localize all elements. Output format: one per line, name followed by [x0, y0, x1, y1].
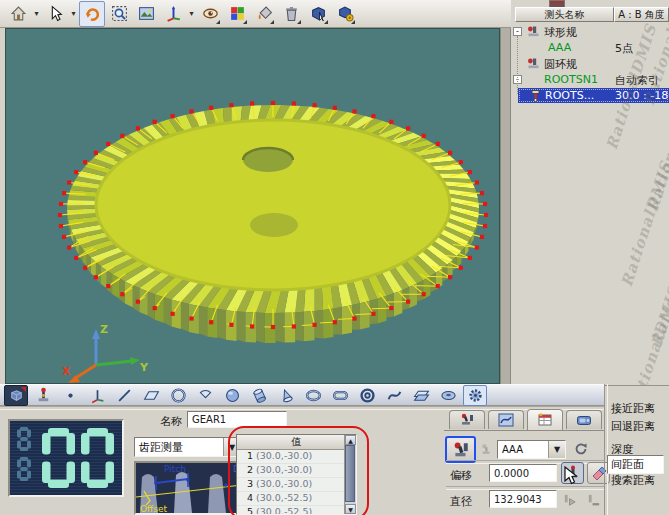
fit-view-icon[interactable] [133, 1, 159, 27]
dropdown-caret-icon[interactable]: ▾ [32, 9, 41, 18]
probe-mode-icon[interactable] [31, 385, 55, 406]
disc-feature-icon[interactable] [436, 385, 460, 406]
tree-item-label: 圆环规 [544, 57, 577, 72]
value-row[interactable]: 4(30.0,-52.5) [237, 492, 356, 506]
tree-expand-toggle[interactable]: - [513, 27, 522, 36]
spacing-face-field[interactable]: 间距面 [607, 455, 664, 474]
feature-toolbar [0, 384, 604, 406]
select-cursor-icon[interactable] [42, 1, 68, 27]
arc-feature-icon[interactable] [193, 385, 217, 406]
cylinder-feature-icon[interactable] [247, 385, 271, 406]
value-list-scrollbar[interactable]: ▲ ▼ [344, 435, 356, 514]
gear-feature-icon[interactable] [463, 385, 487, 406]
probe-select[interactable]: AAA ▼ [497, 440, 566, 459]
rationaldmis-window: ▾▾▾ Z Y X 测头名称 A : B 角度 -球形规AAA5点圆环规-ROO… [0, 0, 669, 515]
tree-item-label: 球形规 [544, 25, 577, 40]
value-row[interactable]: 5(30.0,-52.5) [237, 506, 356, 515]
zoom-window-icon[interactable] [106, 1, 132, 27]
tree-item-label: AAA [548, 41, 571, 54]
tree-item-value: 5点 [615, 41, 633, 56]
line-feature-icon[interactable] [112, 385, 136, 406]
tree-item-label: ROOTSN1 [544, 73, 598, 86]
value-row-index: 2 [237, 464, 256, 477]
probe-ghost-icon[interactable] [479, 441, 495, 457]
view-orientation-icon[interactable] [197, 1, 223, 27]
dropdown-caret-icon[interactable]: ▾ [187, 9, 196, 18]
offset-input[interactable]: 0.0000 [489, 464, 557, 482]
offset-label: 偏移 [450, 468, 472, 483]
delete-icon[interactable] [278, 1, 304, 27]
panel-splitter[interactable] [500, 28, 511, 384]
param-label: 回退距离 [611, 419, 655, 434]
3d-viewport[interactable]: Z Y X [5, 28, 500, 384]
rotate-view-icon[interactable] [79, 1, 105, 27]
value-row[interactable]: 3(30.0,-30.0) [237, 478, 356, 492]
diameter-label: 直径 [450, 494, 472, 509]
plane-feature-icon[interactable] [139, 385, 163, 406]
axis-y-label: Y [139, 361, 149, 374]
param-label: 接近距离 [611, 401, 655, 416]
tab-curve[interactable] [488, 410, 524, 429]
display-colors-icon[interactable] [224, 1, 250, 27]
pick-element-icon[interactable] [305, 1, 331, 27]
refresh-icon[interactable] [571, 439, 591, 459]
tree-row[interactable]: 圆环规 [511, 56, 669, 72]
value-list[interactable]: 值 1(30.0,-30.0)2(30.0,-30.0)3(30.0,-30.0… [236, 434, 357, 515]
ellipse-feature-icon[interactable] [301, 385, 325, 406]
pitch-label: Pitch [164, 464, 186, 474]
value-row-value: (30.0,-52.5) [256, 506, 312, 515]
probe-tree: -球形规AAA5点圆环规-ROOTSN1自动索引ROOTS...30.0 : -… [511, 24, 669, 104]
tree-row[interactable]: AAA5点 [511, 40, 669, 56]
param-label: 搜索距离 [611, 473, 655, 488]
value-row-index: 4 [237, 492, 256, 505]
axis-x-label: X [62, 365, 71, 378]
render-mode-icon[interactable] [251, 1, 277, 27]
probe-select-value: AAA [498, 444, 548, 455]
column-probe-name[interactable]: 测头名称 [515, 7, 614, 22]
value-row[interactable]: 1(30.0,-30.0) [237, 450, 356, 464]
scroll-up-icon[interactable]: ▲ [345, 435, 356, 445]
column-ab-angle[interactable]: A : B 角度 [614, 7, 669, 22]
probe-icon [527, 57, 540, 73]
tree-row[interactable]: ROOTS...30.0 : -180... [511, 88, 669, 104]
dropdown-arrow-icon[interactable]: ▼ [548, 441, 565, 458]
measured-feature-cube-icon[interactable] [4, 385, 28, 406]
coordinate-system-icon[interactable] [160, 1, 186, 27]
axis-z-label: Z [100, 323, 108, 336]
slot-feature-icon[interactable] [328, 385, 352, 406]
tab-device[interactable] [566, 410, 602, 429]
axes-triad: Z Y X [54, 317, 154, 384]
tree-row[interactable]: -ROOTSN1自动索引 [511, 72, 669, 88]
scroll-down-icon[interactable]: ▼ [345, 504, 356, 514]
scroll-thumb[interactable] [345, 445, 355, 502]
run-disabled-icon [560, 491, 578, 509]
value-row-value: (30.0,-30.0) [256, 478, 312, 491]
value-row-value: (30.0,-30.0) [256, 464, 312, 477]
name-input[interactable]: GEAR1 [187, 411, 287, 428]
element-settings-icon[interactable] [332, 1, 358, 27]
value-row[interactable]: 2(30.0,-30.0) [237, 464, 356, 478]
sphere-feature-icon[interactable] [220, 385, 244, 406]
torus-feature-icon[interactable] [355, 385, 379, 406]
surface-feature-icon[interactable] [409, 385, 433, 406]
tab-table[interactable] [527, 409, 563, 430]
watermark-text: RationalDMIS [618, 159, 669, 289]
dropdown-caret-icon[interactable]: ▾ [69, 9, 78, 18]
probe-measure-button[interactable] [445, 436, 476, 463]
circle-feature-icon[interactable] [166, 385, 190, 406]
measure-mode-select[interactable]: 齿距测量 ▼ [134, 437, 241, 457]
measure-point-button[interactable] [561, 462, 584, 484]
home-icon[interactable] [5, 1, 31, 27]
cone-feature-icon[interactable] [274, 385, 298, 406]
diameter-input[interactable]: 132.9043 [489, 490, 557, 508]
csys-feature-icon[interactable] [85, 385, 109, 406]
point-feature-icon[interactable] [58, 385, 82, 406]
tree-item-value: 30.0 : -180... [615, 89, 669, 102]
value-row-index: 3 [237, 478, 256, 491]
tree-row[interactable]: -球形规 [511, 24, 669, 40]
gear-measure-panel: 名称 GEAR1 齿距测量 ▼ Pitch Offset D [0, 406, 669, 515]
value-row-value: (30.0,-30.0) [256, 450, 312, 463]
curve-feature-icon[interactable] [382, 385, 406, 406]
tab-probe[interactable] [449, 410, 485, 429]
value-list-header: 值 [237, 435, 356, 450]
